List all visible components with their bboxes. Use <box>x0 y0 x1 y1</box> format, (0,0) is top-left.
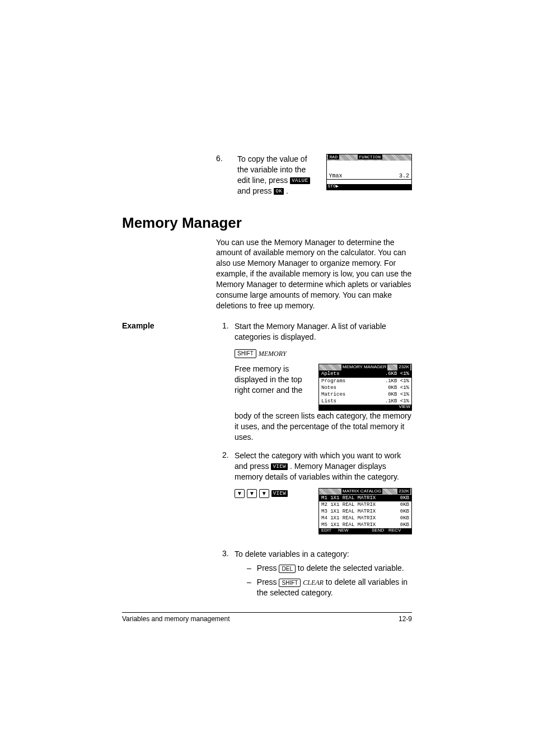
view-softkey: VIEW <box>399 404 410 410</box>
mm-category-row: Programs.1KB <1% <box>319 378 411 384</box>
step-1-desc-rest: body of the screen lists each category, … <box>235 411 412 443</box>
down-arrow-key: ▼ <box>259 489 269 498</box>
shift-key: SHIFT <box>279 579 301 588</box>
matrix-row: M2 1X1 REAL MATRIX0KB <box>319 501 411 508</box>
matrix-row: M1 1X1 REAL MATRIX0KB <box>319 495 411 501</box>
view-key-icon: VIEW <box>271 490 288 497</box>
mm-category-row: Lists.1KB <1% <box>319 398 411 405</box>
step-1-text: Start the Memory Manager. A list of vari… <box>235 321 412 342</box>
mm-category-row: Aplets.6KB <1% <box>319 370 411 377</box>
step-3-text: To delete variables in a category: <box>235 549 412 560</box>
step-3: 3. To delete variables in a category: – … <box>222 549 412 602</box>
ok-key-icon: OK <box>274 188 284 195</box>
mc-freemem: 232K <box>397 489 410 495</box>
matrix-catalog-screenshot: MATRIX CATALOG 232K M1 1X1 REAL MATRIX0K… <box>318 488 412 535</box>
rad-badge: RAD <box>328 154 339 159</box>
step-number: 1. <box>222 321 235 330</box>
step-3-sub2: – Press SHIFT CLEAR to delete all variab… <box>247 577 412 598</box>
view-key-icon: VIEW <box>271 463 288 470</box>
matrix-row: M4 1X1 REAL MATRIX0KB <box>319 515 411 522</box>
example-label: Example <box>122 321 177 606</box>
footer-page-number: 12-9 <box>399 615 412 623</box>
ymax-label: Ymax <box>329 173 343 179</box>
step-number: 2. <box>222 450 235 459</box>
mm-title: MEMORY MANAGER <box>341 364 387 370</box>
mm-category-row: Notes0KB <1% <box>319 384 411 391</box>
step-6-text: To copy the value of the variable into t… <box>237 154 317 196</box>
down-arrow-key: ▼ <box>235 489 245 498</box>
dash-icon: – <box>247 563 251 574</box>
send-softkey: SEND <box>372 528 384 534</box>
new-softkey: NEW <box>338 528 349 534</box>
step-6: 6. To copy the value of the variable int… <box>216 154 412 196</box>
step-number: 3. <box>222 549 235 558</box>
text-fragment: . <box>286 186 288 195</box>
down-arrow-key: ▼ <box>247 489 257 498</box>
recv-softkey: RECV <box>388 528 401 534</box>
intro-paragraph: You can use the Memory Manager to determ… <box>216 237 412 311</box>
text-fragment: to delete the selected variable. <box>298 564 404 572</box>
dash-icon: – <box>247 577 251 598</box>
section-title: Memory Manager <box>122 214 412 232</box>
sto-softkey: STO▶ <box>328 184 339 189</box>
text-fragment: Press <box>257 577 279 586</box>
memory-manager-screenshot: MEMORY MANAGER 232K Aplets.6KB <1%Progra… <box>318 364 412 411</box>
function-badge: FUNCTION <box>358 154 382 159</box>
step-2: 2. Select the category with which you wa… <box>222 450 412 534</box>
page-footer: Variables and memory management 12-9 <box>122 612 412 623</box>
step-1-desc-left: Free memory is displayed in the top righ… <box>235 364 313 396</box>
text-fragment: and press <box>237 186 274 195</box>
text-fragment: Press <box>257 564 279 572</box>
del-key: DEL <box>279 565 295 574</box>
matrix-row: M3 1X1 REAL MATRIX0KB <box>319 508 411 515</box>
clear-key-label: CLEAR <box>303 579 324 586</box>
step-3-sub1: – Press DEL to delete the selected varia… <box>247 563 412 574</box>
ymax-value: 3.2 <box>399 173 409 179</box>
mm-category-row: Matrices0KB <1% <box>319 391 411 398</box>
memory-key-label: MEMORY <box>259 350 287 358</box>
step-number: 6. <box>216 154 228 163</box>
edit-softkey: EDIT <box>321 528 331 534</box>
value-key-icon: VALUE <box>290 177 310 184</box>
mm-freemem: 232K <box>397 364 410 370</box>
mc-title: MATRIX CATALOG <box>341 489 382 495</box>
shift-key: SHIFT <box>235 349 256 358</box>
calculator-screenshot-function: RAD FUNCTION Ymax 3.2 STO▶ <box>326 154 412 190</box>
step-1: 1. Start the Memory Manager. A list of v… <box>222 321 412 443</box>
footer-title: Variables and memory management <box>122 615 230 623</box>
